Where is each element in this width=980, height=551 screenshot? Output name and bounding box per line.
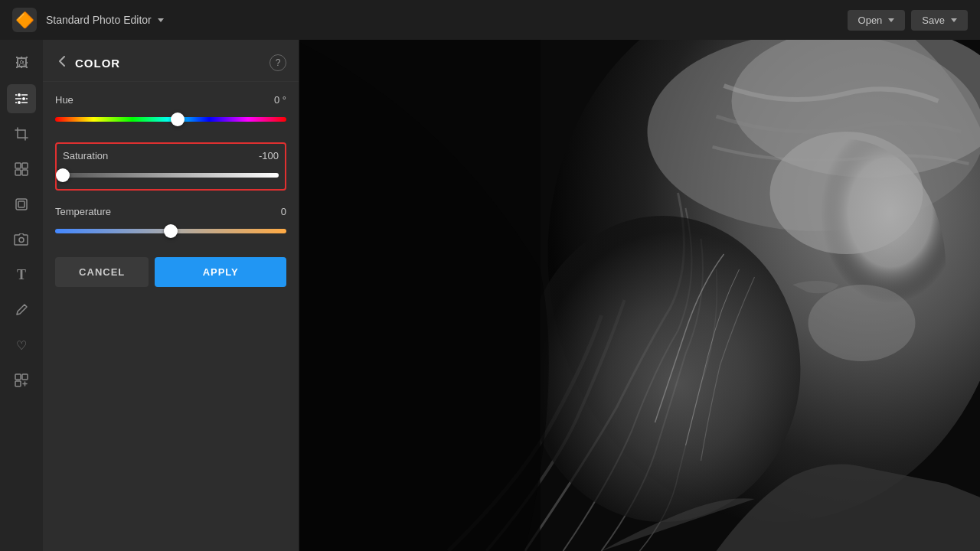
temperature-label: Temperature bbox=[55, 206, 111, 217]
svg-rect-14 bbox=[22, 374, 28, 380]
topbar-right: Open Save bbox=[848, 10, 968, 31]
sidebar-item-more[interactable] bbox=[7, 366, 36, 395]
panel-header: COLOR ? bbox=[43, 40, 299, 82]
svg-rect-13 bbox=[15, 374, 21, 380]
hue-label-row: Hue 0 ° bbox=[55, 94, 286, 106]
svg-point-12 bbox=[19, 237, 24, 242]
svg-rect-15 bbox=[15, 381, 21, 386]
cancel-button[interactable]: CANCEL bbox=[55, 257, 149, 287]
saturation-value: -100 bbox=[259, 150, 279, 161]
svg-rect-11 bbox=[18, 201, 24, 207]
svg-rect-6 bbox=[15, 163, 21, 168]
saturation-slider-group: Saturation -100 bbox=[55, 142, 286, 191]
hue-thumb[interactable] bbox=[171, 112, 185, 126]
save-chevron-down-icon bbox=[951, 18, 957, 22]
saturation-track bbox=[63, 173, 279, 178]
temperature-slider-track-wrapper[interactable] bbox=[55, 223, 286, 239]
topbar-left: 🔶 Standard Photo Editor bbox=[12, 8, 164, 32]
sidebar-item-image[interactable]: 🖼 bbox=[7, 49, 36, 78]
saturation-slider-track-wrapper[interactable] bbox=[63, 168, 279, 183]
topbar: 🔶 Standard Photo Editor Open Save bbox=[0, 0, 980, 40]
app-logo: 🔶 bbox=[12, 8, 37, 32]
svg-rect-9 bbox=[22, 170, 28, 175]
hue-value: 0 ° bbox=[274, 94, 286, 106]
panel-header-left: COLOR bbox=[55, 54, 120, 72]
sidebar-item-text[interactable]: T bbox=[7, 260, 36, 289]
svg-point-1 bbox=[18, 93, 21, 97]
sidebar-item-crop[interactable] bbox=[7, 119, 36, 148]
apply-button[interactable]: APPLY bbox=[155, 257, 286, 287]
svg-point-25 bbox=[525, 216, 801, 522]
hue-slider-track-wrapper[interactable] bbox=[55, 112, 286, 127]
app-title-dropdown[interactable]: Standard Photo Editor bbox=[46, 14, 164, 26]
sliders-area: Hue 0 ° Saturation -100 bbox=[43, 82, 299, 251]
sidebar-item-pen[interactable] bbox=[7, 295, 36, 324]
back-button[interactable] bbox=[55, 54, 69, 72]
svg-rect-8 bbox=[15, 170, 21, 175]
svg-point-3 bbox=[22, 97, 26, 101]
open-button[interactable]: Open bbox=[848, 10, 906, 31]
sidebar-item-heart[interactable]: ♡ bbox=[7, 331, 36, 360]
hue-slider-group: Hue 0 ° bbox=[55, 94, 286, 127]
open-chevron-down-icon bbox=[888, 18, 894, 22]
temperature-label-row: Temperature 0 bbox=[55, 206, 286, 217]
sidebar-item-adjustments[interactable] bbox=[7, 84, 36, 113]
panel-title: COLOR bbox=[75, 57, 120, 70]
saturation-label: Saturation bbox=[63, 150, 108, 161]
svg-rect-10 bbox=[16, 199, 27, 210]
color-panel: COLOR ? Hue 0 ° Saturation bbox=[43, 40, 299, 551]
svg-rect-7 bbox=[22, 163, 28, 168]
temperature-value: 0 bbox=[281, 206, 286, 217]
title-chevron-down-icon bbox=[158, 18, 164, 22]
saturation-label-row: Saturation -100 bbox=[63, 150, 279, 161]
save-button[interactable]: Save bbox=[911, 10, 968, 31]
sidebar-item-frame[interactable] bbox=[7, 190, 36, 219]
temperature-thumb[interactable] bbox=[164, 224, 178, 238]
temperature-slider-group: Temperature 0 bbox=[55, 206, 286, 239]
saturation-thumb[interactable] bbox=[56, 168, 70, 182]
sidebar-icons: 🖼 bbox=[0, 40, 43, 551]
sidebar-item-layout[interactable] bbox=[7, 155, 36, 184]
photo-image bbox=[299, 40, 980, 551]
sidebar-item-camera[interactable] bbox=[7, 225, 36, 254]
photo-area bbox=[299, 40, 980, 551]
main-area: 🖼 bbox=[0, 40, 980, 551]
svg-point-23 bbox=[770, 132, 923, 254]
svg-point-24 bbox=[808, 285, 916, 361]
hue-label: Hue bbox=[55, 94, 74, 106]
photo-canvas bbox=[299, 40, 980, 551]
help-button[interactable]: ? bbox=[270, 54, 286, 71]
svg-point-5 bbox=[18, 101, 21, 105]
action-buttons: CANCEL APPLY bbox=[43, 251, 299, 302]
